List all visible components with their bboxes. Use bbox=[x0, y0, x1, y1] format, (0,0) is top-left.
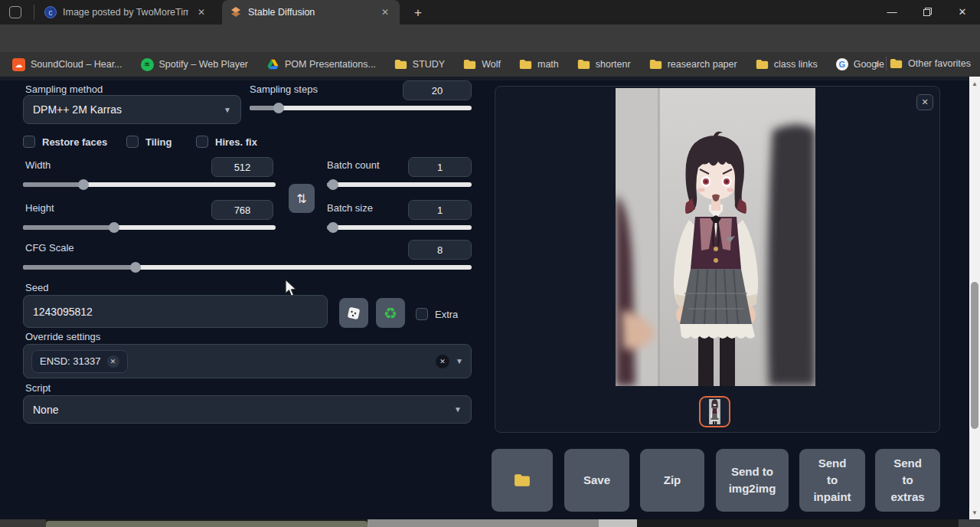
folder-icon bbox=[514, 473, 531, 487]
sampling-steps-value[interactable]: 20 bbox=[403, 80, 472, 100]
chevron-down-icon: ▼ bbox=[454, 405, 462, 414]
restore-button[interactable] bbox=[910, 0, 945, 23]
new-tab-button[interactable]: + bbox=[409, 4, 427, 22]
folder-icon bbox=[394, 59, 407, 70]
height-value[interactable]: 768 bbox=[211, 200, 273, 220]
generated-image[interactable] bbox=[616, 88, 815, 386]
slider-handle[interactable] bbox=[109, 222, 119, 233]
tiling-checkbox[interactable] bbox=[126, 136, 139, 148]
tab2-favicon-icon bbox=[230, 6, 242, 18]
override-chip[interactable]: ENSD: 31337 ✕ bbox=[31, 350, 128, 373]
script-label: Script bbox=[25, 382, 51, 394]
other-favorites[interactable]: Other favorites bbox=[890, 58, 971, 69]
tab1-close-icon[interactable]: ✕ bbox=[194, 5, 208, 19]
bookmark-reasearch-paper[interactable]: reasearch paper bbox=[649, 59, 737, 70]
cfg-scale-label: CFG Scale bbox=[25, 242, 74, 254]
close-window-button[interactable]: ✕ bbox=[945, 0, 980, 23]
batch-size-slider[interactable] bbox=[327, 225, 472, 230]
bookmark-class-links[interactable]: class links bbox=[756, 59, 818, 70]
open-folder-button[interactable] bbox=[492, 449, 553, 512]
reuse-seed-button[interactable]: ♻ bbox=[376, 298, 405, 328]
scroll-down-icon[interactable]: ▼ bbox=[969, 507, 980, 518]
zip-button[interactable]: Zip bbox=[640, 449, 704, 512]
screen: c Image posted by TwoMoreTimes ✕ Stable … bbox=[0, 0, 980, 527]
extra-option[interactable]: Extra bbox=[416, 308, 458, 320]
send-to-inpaint-button[interactable]: Send to inpaint bbox=[799, 449, 865, 512]
width-value[interactable]: 512 bbox=[211, 157, 273, 177]
browser-toolbar: ← ⟳ i 127.0.0.1 :7860 A˄ ☆+ O ▶ ♣ IA AD … bbox=[0, 25, 980, 52]
slider-handle[interactable] bbox=[328, 179, 338, 190]
scroll-up-icon[interactable]: ▲ bbox=[969, 78, 980, 89]
height-slider[interactable] bbox=[23, 225, 276, 230]
slider-handle[interactable] bbox=[273, 103, 284, 113]
browser-titlebar: c Image posted by TwoMoreTimes ✕ Stable … bbox=[0, 0, 980, 25]
batch-count-value[interactable]: 1 bbox=[408, 157, 472, 177]
slider-handle[interactable] bbox=[328, 222, 338, 233]
bookmark-math[interactable]: math bbox=[519, 59, 559, 70]
slider-handle[interactable] bbox=[130, 262, 141, 273]
override-settings-box[interactable]: ENSD: 31337 ✕ ✕ ▼ bbox=[23, 344, 472, 378]
bookmark-soundcloud[interactable]: ☁ SoundCloud – Hear... bbox=[12, 58, 122, 71]
batch-size-value[interactable]: 1 bbox=[408, 200, 472, 220]
hires-fix-option[interactable]: Hires. fix bbox=[196, 136, 257, 148]
taskbar-active-app bbox=[599, 519, 637, 527]
extra-checkbox[interactable] bbox=[416, 308, 428, 320]
hires-fix-checkbox[interactable] bbox=[196, 136, 208, 148]
hires-fix-label: Hires. fix bbox=[215, 136, 257, 148]
script-dropdown[interactable]: None ▼ bbox=[23, 395, 472, 424]
folder-icon bbox=[756, 59, 769, 70]
send-to-img2img-button[interactable]: Send to img2img bbox=[716, 449, 789, 512]
height-label: Height bbox=[25, 202, 54, 214]
sampling-steps-slider[interactable] bbox=[250, 106, 472, 110]
window-controls: — ✕ bbox=[874, 0, 980, 23]
bookmark-study[interactable]: STUDY bbox=[394, 59, 445, 70]
random-seed-button[interactable] bbox=[339, 298, 368, 328]
scrollbar-thumb[interactable] bbox=[971, 282, 978, 429]
chip-remove-icon[interactable]: ✕ bbox=[107, 355, 119, 368]
tab-stable-diffusion[interactable]: Stable Diffusion ✕ bbox=[222, 0, 400, 25]
batch-count-slider[interactable] bbox=[327, 182, 472, 187]
taskbar-sliver bbox=[0, 519, 980, 527]
taskbar-search-sliver[interactable] bbox=[46, 521, 368, 527]
gallery-thumbnail-selected[interactable] bbox=[699, 396, 730, 427]
sampling-method-value: DPM++ 2M Karras bbox=[33, 103, 122, 116]
minimize-button[interactable]: — bbox=[874, 0, 910, 23]
bookmark-spotify[interactable]: ≋ Spotify – Web Player bbox=[141, 58, 249, 71]
taskbar-left bbox=[0, 519, 46, 527]
sampling-method-dropdown[interactable]: DPM++ 2M Karras ▼ bbox=[23, 95, 241, 124]
restore-icon bbox=[923, 8, 932, 16]
bookmark-pom[interactable]: POM Presentations... bbox=[266, 59, 376, 70]
width-slider[interactable] bbox=[23, 182, 276, 187]
send-to-extras-button[interactable]: Send to extras bbox=[875, 449, 940, 512]
close-gallery-button[interactable]: ✕ bbox=[916, 94, 933, 110]
bookmarks-overflow-chevron[interactable]: › bbox=[875, 57, 879, 70]
bookmarks-divider bbox=[886, 57, 887, 70]
restore-faces-option[interactable]: Restore faces bbox=[23, 136, 107, 148]
cfg-scale-value[interactable]: 8 bbox=[408, 240, 472, 260]
tab2-close-icon[interactable]: ✕ bbox=[378, 5, 392, 19]
swap-dimensions-button[interactable]: ⇅ bbox=[289, 184, 315, 213]
bookmark-wolf[interactable]: Wolf bbox=[463, 59, 501, 70]
cfg-scale-slider[interactable] bbox=[23, 265, 472, 270]
soundcloud-icon: ☁ bbox=[12, 58, 25, 71]
thumbnail-image bbox=[702, 399, 727, 424]
restore-faces-checkbox[interactable] bbox=[23, 136, 35, 148]
slider-handle[interactable] bbox=[78, 179, 89, 190]
seed-label: Seed bbox=[25, 282, 48, 293]
folder-icon bbox=[463, 59, 476, 70]
save-button[interactable]: Save bbox=[564, 449, 629, 512]
seed-input[interactable] bbox=[23, 295, 328, 328]
override-settings-label: Override settings bbox=[25, 331, 100, 342]
tab-image-posted[interactable]: c Image posted by TwoMoreTimes ✕ bbox=[37, 0, 216, 25]
tab-actions-icon[interactable] bbox=[9, 6, 21, 18]
clear-all-icon[interactable]: ✕ bbox=[436, 355, 449, 368]
chevron-down-icon: ▼ bbox=[456, 357, 463, 365]
batch-size-label: Batch size bbox=[327, 202, 373, 214]
width-label: Width bbox=[25, 159, 51, 171]
tiling-option[interactable]: Tiling bbox=[126, 136, 172, 148]
recycle-icon: ♻ bbox=[384, 304, 397, 322]
folder-icon bbox=[649, 59, 662, 70]
bookmark-shortenr[interactable]: shortenr bbox=[577, 59, 631, 70]
tab-divider bbox=[34, 5, 34, 20]
google-icon: G bbox=[836, 58, 848, 70]
